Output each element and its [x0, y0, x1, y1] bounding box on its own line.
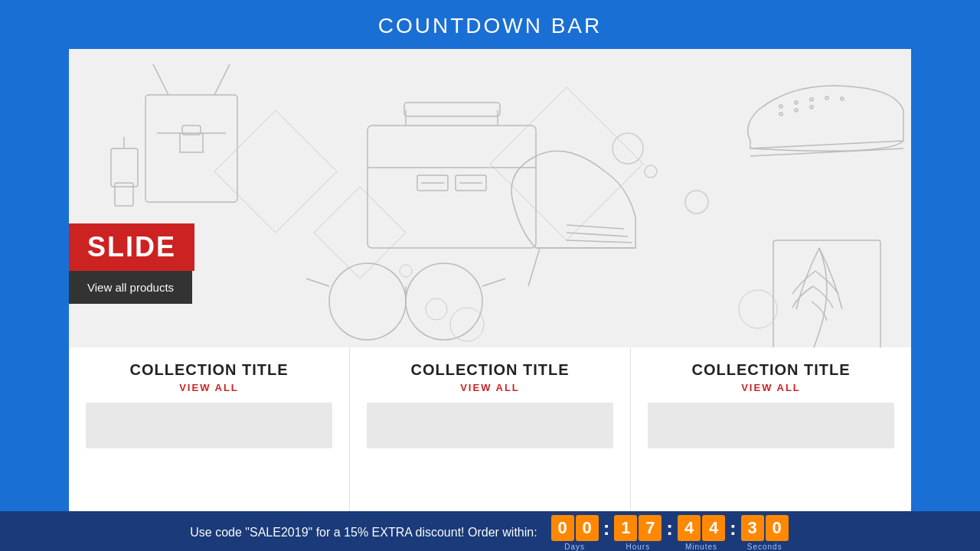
- collection-view-all-2[interactable]: VIEW ALL: [460, 382, 520, 393]
- colon-3: :: [730, 517, 737, 551]
- hours-digit-1: 1: [614, 515, 637, 541]
- hours-label: Hours: [626, 543, 651, 551]
- collection-view-all-1[interactable]: VIEW ALL: [179, 382, 239, 393]
- days-group: 0 0 Days: [551, 515, 599, 551]
- hero-area: SLIDE View all products: [69, 49, 911, 347]
- hours-group: 1 7 Hours: [614, 515, 662, 551]
- collection-image-1: [86, 403, 332, 448]
- minutes-digit-2: 4: [702, 515, 725, 541]
- seconds-digit-1: 3: [741, 515, 764, 541]
- seconds-label: Seconds: [747, 543, 782, 551]
- slide-badge: SLIDE: [69, 223, 194, 271]
- days-digit-2: 0: [576, 515, 599, 541]
- minutes-digit-1: 4: [678, 515, 701, 541]
- view-all-products-button[interactable]: View all products: [69, 271, 192, 304]
- page-title: COUNTDOWN BAR: [378, 0, 603, 49]
- collection-title-1: COLLECTION TITLE: [129, 361, 288, 379]
- collection-view-all-3[interactable]: VIEW ALL: [741, 382, 801, 393]
- colon-1: :: [603, 517, 610, 551]
- countdown-digits: 0 0 Days : 1 7 Hours : 4 4 Minutes :: [550, 515, 790, 551]
- main-container: SLIDE View all products COLLECTION TITLE…: [69, 49, 911, 551]
- minutes-group: 4 4 Minutes: [678, 515, 725, 551]
- hours-digit-2: 7: [639, 515, 662, 541]
- collection-image-3: [648, 403, 894, 448]
- collection-title-3: COLLECTION TITLE: [691, 361, 850, 379]
- seconds-group: 3 0 Seconds: [741, 515, 789, 551]
- seconds-digit-2: 0: [766, 515, 789, 541]
- countdown-bar: Use code "SALE2019" for a 15% EXTRA disc…: [0, 511, 980, 551]
- collection-image-2: [367, 403, 613, 448]
- svg-rect-0: [69, 49, 911, 347]
- minutes-label: Minutes: [685, 543, 717, 551]
- hero-background-svg: [69, 49, 911, 347]
- collection-title-2: COLLECTION TITLE: [410, 361, 569, 379]
- countdown-message: Use code "SALE2019" for a 15% EXTRA disc…: [190, 526, 537, 540]
- days-label: Days: [564, 543, 585, 551]
- colon-2: :: [666, 517, 673, 551]
- days-digit-1: 0: [551, 515, 574, 541]
